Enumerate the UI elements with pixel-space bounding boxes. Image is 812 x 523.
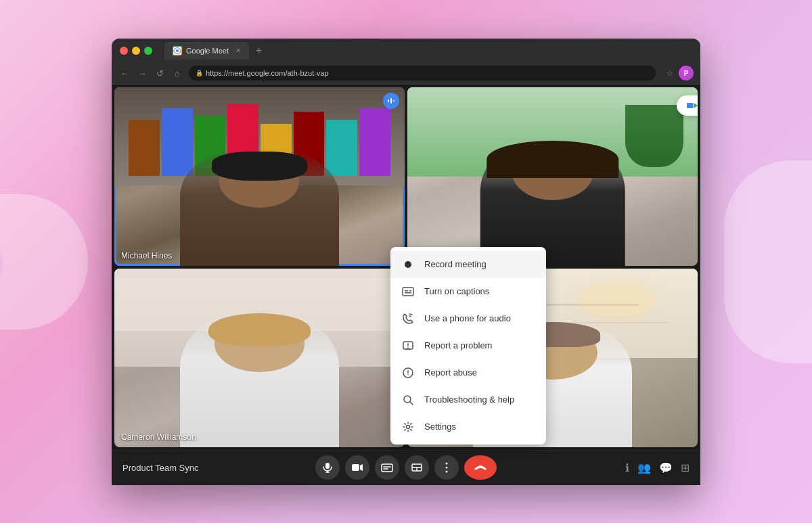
bottom-control-bar: Product Team Sync bbox=[112, 450, 700, 485]
maximize-window-button[interactable] bbox=[144, 47, 152, 55]
address-bar: ← → ↺ ⌂ 🔒 https://meet.google.com/ath-bz… bbox=[112, 63, 700, 85]
menu-item-record[interactable]: Record meeting bbox=[390, 251, 546, 278]
activities-button[interactable]: ⊞ bbox=[681, 461, 690, 474]
svg-rect-3 bbox=[390, 98, 392, 104]
participant-name-michael: Michael Hines bbox=[121, 251, 172, 260]
report-problem-icon bbox=[401, 339, 415, 353]
video-tile-jada: Jada Smith REC bbox=[407, 87, 698, 266]
tab-bar: Google Meet ✕ + bbox=[164, 42, 266, 60]
menu-item-troubleshoot-label: Troubleshooting & help bbox=[424, 394, 514, 405]
dropdown-menu: Record meeting Turn on captions bbox=[390, 247, 546, 445]
record-icon bbox=[401, 258, 415, 271]
close-window-button[interactable] bbox=[120, 47, 128, 55]
participant-name-cameron: Cameron Williamson bbox=[121, 432, 196, 442]
video-tile-cameron: Cameron Williamson bbox=[114, 269, 405, 447]
browser-titlebar: Google Meet ✕ + bbox=[112, 39, 700, 63]
svg-rect-2 bbox=[388, 99, 389, 102]
traffic-lights bbox=[120, 47, 152, 55]
svg-rect-6 bbox=[687, 103, 693, 108]
right-controls: ℹ 👥 💬 ⊞ bbox=[497, 461, 690, 474]
menu-item-abuse-label: Report abuse bbox=[424, 367, 477, 378]
browser-window: Google Meet ✕ + ← → ↺ ⌂ 🔒 https://meet.g… bbox=[112, 39, 700, 485]
menu-item-problem[interactable]: Report a problem bbox=[390, 332, 546, 359]
info-button[interactable]: ℹ bbox=[625, 461, 629, 474]
meeting-name: Product Team Sync bbox=[122, 463, 315, 473]
url-text: https://meet.google.com/ath-bzut-vap bbox=[206, 69, 329, 77]
bookmark-icon[interactable]: ☆ bbox=[667, 69, 673, 78]
menu-item-phone-label: Use a phone for audio bbox=[424, 313, 511, 323]
new-tab-button[interactable]: + bbox=[252, 45, 266, 57]
tab-favicon bbox=[173, 46, 182, 55]
minimize-window-button[interactable] bbox=[132, 47, 140, 55]
svg-point-1 bbox=[176, 49, 179, 52]
more-options-button[interactable] bbox=[434, 455, 459, 480]
lock-icon: 🔒 bbox=[196, 70, 203, 76]
svg-point-20 bbox=[407, 425, 410, 428]
rec-badge: REC bbox=[677, 95, 698, 116]
tab-title: Google Meet bbox=[186, 47, 229, 55]
menu-item-settings-label: Settings bbox=[424, 422, 456, 432]
end-call-button[interactable] bbox=[464, 455, 497, 480]
menu-item-record-label: Record meeting bbox=[424, 259, 487, 269]
svg-rect-24 bbox=[352, 464, 359, 471]
report-abuse-icon bbox=[401, 366, 415, 380]
svg-line-19 bbox=[410, 402, 413, 405]
menu-item-settings[interactable]: Settings bbox=[390, 413, 546, 440]
menu-item-abuse[interactable]: Report abuse bbox=[390, 359, 546, 386]
active-speaker-indicator bbox=[383, 93, 399, 109]
chat-button[interactable]: 💬 bbox=[659, 461, 673, 474]
svg-point-17 bbox=[407, 374, 408, 375]
menu-item-problem-label: Report a problem bbox=[424, 340, 492, 350]
refresh-button[interactable]: ↺ bbox=[154, 68, 166, 78]
menu-item-captions[interactable]: Turn on captions bbox=[390, 278, 546, 305]
menu-item-captions-label: Turn on captions bbox=[424, 286, 489, 296]
menu-item-phone[interactable]: Use a phone for audio bbox=[390, 305, 546, 332]
svg-point-33 bbox=[446, 467, 448, 469]
svg-marker-25 bbox=[360, 464, 363, 471]
forward-button[interactable]: → bbox=[136, 68, 148, 78]
settings-icon bbox=[401, 420, 415, 434]
svg-point-34 bbox=[446, 471, 448, 473]
svg-rect-9 bbox=[405, 290, 408, 292]
tab-close-button[interactable]: ✕ bbox=[235, 47, 241, 54]
people-button[interactable]: 👥 bbox=[637, 461, 651, 474]
svg-rect-8 bbox=[403, 288, 413, 296]
home-button[interactable]: ⌂ bbox=[171, 68, 183, 78]
captions-button[interactable] bbox=[375, 455, 399, 480]
captions-icon bbox=[401, 285, 415, 298]
svg-rect-11 bbox=[409, 290, 411, 292]
meet-content: Michael Hines Jada Smith bbox=[112, 85, 700, 485]
svg-rect-4 bbox=[393, 100, 394, 101]
phone-audio-icon bbox=[401, 312, 415, 325]
url-box[interactable]: 🔒 https://meet.google.com/ath-bzut-vap bbox=[189, 66, 656, 81]
back-button[interactable]: ← bbox=[118, 68, 131, 78]
troubleshoot-icon bbox=[401, 393, 415, 407]
svg-rect-21 bbox=[325, 463, 330, 469]
bg-decoration-right bbox=[724, 160, 812, 363]
active-tab[interactable]: Google Meet ✕ bbox=[164, 42, 249, 60]
svg-rect-26 bbox=[382, 464, 392, 472]
layout-button[interactable] bbox=[405, 455, 429, 480]
svg-rect-10 bbox=[405, 292, 411, 294]
profile-avatar[interactable]: P bbox=[679, 66, 694, 81]
svg-point-32 bbox=[446, 463, 448, 465]
controls-group bbox=[315, 455, 497, 480]
menu-item-troubleshoot[interactable]: Troubleshooting & help bbox=[390, 386, 546, 413]
svg-point-14 bbox=[407, 346, 408, 347]
bg-decoration-left bbox=[0, 194, 88, 329]
mic-button[interactable] bbox=[315, 455, 340, 480]
camera-button[interactable] bbox=[345, 455, 369, 480]
video-tile-michael: Michael Hines bbox=[114, 87, 405, 266]
